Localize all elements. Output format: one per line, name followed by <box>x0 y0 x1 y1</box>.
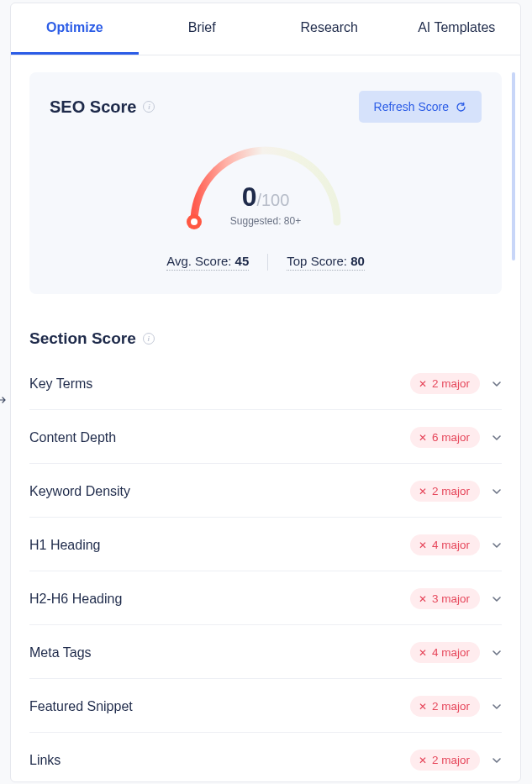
close-icon: ✕ <box>419 702 427 712</box>
close-icon: ✕ <box>419 379 427 389</box>
section-row[interactable]: Featured Snippet✕2 major <box>29 679 502 733</box>
section-row[interactable]: Content Depth✕6 major <box>29 410 502 464</box>
chevron-down-icon <box>492 540 502 550</box>
scrollbar-accent <box>512 72 515 260</box>
avg-score-label: Avg. Score: <box>166 254 234 268</box>
section-row-label: Meta Tags <box>29 645 92 660</box>
chevron-down-icon <box>492 594 502 604</box>
close-icon: ✕ <box>419 433 427 443</box>
section-row[interactable]: Links✕2 major <box>29 733 502 782</box>
close-icon: ✕ <box>419 594 427 604</box>
section-row-label: Featured Snippet <box>29 699 133 714</box>
section-score-title: Section Score i <box>29 329 502 348</box>
gauge-score-max: /100 <box>256 191 289 209</box>
drag-handle[interactable] <box>0 396 8 404</box>
issue-badge: ✕4 major <box>410 642 480 663</box>
issue-count: 2 major <box>432 754 470 766</box>
seo-panel: Optimize Brief Research AI Templates SEO… <box>10 3 521 782</box>
issue-count: 6 major <box>432 431 470 444</box>
section-row-label: H2-H6 Heading <box>29 592 122 607</box>
issue-count: 4 major <box>432 539 470 551</box>
section-row-label: Content Depth <box>29 430 116 445</box>
close-icon: ✕ <box>419 648 427 658</box>
section-row[interactable]: Meta Tags✕4 major <box>29 625 502 679</box>
issue-count: 3 major <box>432 592 470 605</box>
refresh-score-button[interactable]: Refresh Score <box>359 91 482 123</box>
refresh-score-label: Refresh Score <box>374 100 449 113</box>
avg-score-stat[interactable]: Avg. Score: 45 <box>166 254 249 271</box>
chevron-down-icon <box>492 702 502 712</box>
stats-separator <box>267 254 268 271</box>
section-row[interactable]: Key Terms✕2 major <box>29 356 502 410</box>
section-list: Key Terms✕2 majorContent Depth✕6 majorKe… <box>29 356 502 782</box>
issue-badge: ✕2 major <box>410 373 480 394</box>
top-score-value: 80 <box>350 254 365 268</box>
close-icon: ✕ <box>419 755 427 766</box>
tab-ai-templates[interactable]: AI Templates <box>393 3 521 55</box>
section-row-right: ✕3 major <box>410 588 502 609</box>
chevron-down-icon <box>492 487 502 497</box>
gauge-suggested-text: Suggested: 80+ <box>177 215 354 227</box>
close-icon: ✕ <box>419 540 427 550</box>
issue-badge: ✕6 major <box>410 427 480 448</box>
section-row-label: Links <box>29 753 61 768</box>
section-row-right: ✕4 major <box>410 534 502 555</box>
section-row-right: ✕6 major <box>410 427 502 448</box>
info-icon[interactable]: i <box>143 333 155 345</box>
top-score-label: Top Score: <box>287 254 350 268</box>
section-row[interactable]: H1 Heading✕4 major <box>29 518 502 571</box>
tabs: Optimize Brief Research AI Templates <box>11 3 520 55</box>
section-row-right: ✕2 major <box>410 481 502 502</box>
issue-badge: ✕4 major <box>410 534 480 555</box>
section-row-right: ✕2 major <box>410 750 502 771</box>
issue-count: 2 major <box>432 700 470 713</box>
close-icon: ✕ <box>419 487 427 497</box>
chevron-down-icon <box>492 648 502 658</box>
avg-score-value: 45 <box>235 254 250 268</box>
chevron-down-icon <box>492 379 502 389</box>
tab-brief[interactable]: Brief <box>139 3 266 55</box>
section-row-label: Keyword Density <box>29 484 130 499</box>
top-score-stat[interactable]: Top Score: 80 <box>287 254 365 271</box>
section-row-right: ✕2 major <box>410 696 502 717</box>
section-row-right: ✕4 major <box>410 642 502 663</box>
issue-count: 2 major <box>432 485 470 497</box>
section-row[interactable]: Keyword Density✕2 major <box>29 464 502 518</box>
section-row-label: H1 Heading <box>29 538 101 553</box>
gauge-score-value: 0 <box>242 182 257 212</box>
seo-score-title-text: SEO Score <box>50 97 136 117</box>
chevron-down-icon <box>492 755 502 766</box>
chevron-down-icon <box>492 433 502 443</box>
issue-count: 2 major <box>432 377 470 390</box>
score-gauge: 0/100 Suggested: 80+ <box>177 138 354 230</box>
info-icon[interactable]: i <box>143 101 155 113</box>
issue-badge: ✕2 major <box>410 481 480 502</box>
tab-optimize[interactable]: Optimize <box>11 3 139 55</box>
section-row-right: ✕2 major <box>410 373 502 394</box>
issue-badge: ✕2 major <box>410 750 480 771</box>
issue-badge: ✕3 major <box>410 588 480 609</box>
seo-score-card: SEO Score i Refresh Score <box>29 72 502 294</box>
issue-count: 4 major <box>432 646 470 659</box>
seo-score-title: SEO Score i <box>50 97 155 117</box>
tab-research[interactable]: Research <box>266 3 393 55</box>
issue-badge: ✕2 major <box>410 696 480 717</box>
score-stats: Avg. Score: 45 Top Score: 80 <box>166 254 365 271</box>
section-score-title-text: Section Score <box>29 329 136 348</box>
refresh-icon <box>456 102 466 113</box>
section-row[interactable]: H2-H6 Heading✕3 major <box>29 571 502 625</box>
section-row-label: Key Terms <box>29 376 92 392</box>
